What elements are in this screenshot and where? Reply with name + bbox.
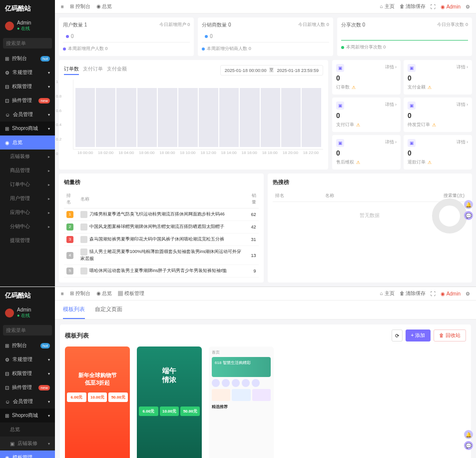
menu-withdraw[interactable]: 提现管理 xyxy=(0,234,55,248)
crumb-overview[interactable]: ◉ 总览 xyxy=(96,290,112,297)
menu-console[interactable]: ⊞控制台hot xyxy=(0,338,55,352)
menu-app-center[interactable]: 应用中心▸ xyxy=(0,206,55,220)
nav-home[interactable]: ⌂ 主页 xyxy=(380,3,395,10)
mini-card[interactable]: ▣详情 ›0退款订单 ⚠ xyxy=(404,135,472,170)
menu-member[interactable]: ☺会员管理▾ xyxy=(0,394,55,408)
template-card[interactable]: 端午情浓 6.00元 10.00元 50.00元 端午节活动 支持平台：📱 💬 … xyxy=(137,346,202,458)
topbar: ≡ ⊞ 控制台 ◉ 总览 ▦ 模板管理 ⌂ 主页 🗑 清除缓存 ⛶ ◉ Admi… xyxy=(55,287,476,300)
bar-area xyxy=(73,80,323,150)
brand-logo: 亿码酷站 xyxy=(0,0,55,17)
topbar: ≡ ⊞ 控制台 ◉ 总览 ⌂ 主页 🗑 清除缓存 ⛶ ◉ Admin ⚙ xyxy=(55,0,476,14)
nav-clear-cache[interactable]: 🗑 清除缓存 xyxy=(400,290,426,297)
recycle-button[interactable]: 🗑 回收站 xyxy=(434,330,466,342)
menu-shop-decor[interactable]: ▣ 店铺装修▾ xyxy=(0,436,55,450)
menu-toggle-icon[interactable]: ≡ xyxy=(61,291,64,296)
stat-users: 用户数量 1 今日新增用户 0 0 本周新增用户人数 0 xyxy=(59,18,194,56)
nav-admin[interactable]: ◉ Admin xyxy=(441,291,461,296)
nav-clear-cache[interactable]: 🗑 清除缓存 xyxy=(400,3,426,10)
table-row[interactable]: 1刀锋男鞋夏季透气防臭飞织运动鞋男潮流百搭休闲网面跑步鞋大码4662 xyxy=(64,208,259,221)
date-range-picker[interactable]: 2025-01-18 00:00:00 至 2025-01-18 23:59:5… xyxy=(220,65,323,76)
template-card[interactable]: 新年全球购物节低至3折起 6.00元 10.00元 50.00元 xyxy=(65,346,130,458)
menu-search[interactable]: 🔍 xyxy=(3,325,52,336)
menu-permission[interactable]: ⊟权限管理▾ xyxy=(0,80,55,94)
section-title: 模板列表 xyxy=(65,332,89,340)
menu-order[interactable]: 订单中心▸ xyxy=(0,178,55,192)
sales-table: 排名 名称 销量 1刀锋男鞋夏季透气防臭飞织运动鞋男潮流百搭休闲网面跑步鞋大码4… xyxy=(64,190,259,278)
x-axis: 18 00:0018 02:0018 04:0018 06:0018 08:00… xyxy=(73,150,323,156)
menu-shopro[interactable]: ⊞Shopro商城▾ xyxy=(0,408,55,422)
table-row[interactable]: 4猎人男士雕花男夏季100%纯棉薄款圆领套头短袖套装男ins潮休闲运动可外穿家居… xyxy=(64,246,259,265)
mini-card[interactable]: ▣详情 ›0支付金额 ⚠ xyxy=(404,60,472,94)
sidebar: 亿码酷站 Admin ● 在线 🔍 ⊞控制台hot ⚙常规管理▾ ⊟权限管理▾ … xyxy=(0,287,55,458)
nav-home[interactable]: ⌂ 主页 xyxy=(380,290,395,297)
settings-icon[interactable]: ⚙ xyxy=(466,4,470,10)
mini-card[interactable]: ▣详情 ›0支付订单 ⚠ xyxy=(332,98,401,132)
float-chat-icon[interactable]: 💬 xyxy=(464,211,473,220)
user-block[interactable]: Admin ● 在线 xyxy=(0,17,55,35)
crumb-console[interactable]: ⊞ 控制台 xyxy=(70,290,90,297)
stat-share: 分享次数 0 今日分享次数 0 本周新增分享次数 0 xyxy=(337,18,472,56)
y-axis: 10.80.60.40.20 xyxy=(56,80,61,156)
tab-custom-page[interactable]: 自定义页面 xyxy=(95,300,122,319)
crumb-template[interactable]: ▦ 模板管理 xyxy=(118,290,144,297)
mini-cards-grid: ▣详情 ›0订单数 ⚠▣详情 ›0支付金额 ⚠▣详情 ›0支付订单 ⚠▣详情 ›… xyxy=(332,60,472,170)
chart-tab-paid[interactable]: 支付订单 xyxy=(83,66,103,75)
menu-product[interactable]: 商品管理▸ xyxy=(0,164,55,178)
fullscreen-icon[interactable]: ⛶ xyxy=(431,4,436,10)
menu-overview[interactable]: ◉总览 xyxy=(0,136,55,150)
settings-icon[interactable]: ⚙ xyxy=(466,291,470,296)
chart-tab-orders[interactable]: 订单数 xyxy=(64,66,79,75)
avatar xyxy=(5,308,14,318)
avatar xyxy=(5,22,14,30)
order-chart: 订单数 支付订单 支付金额 2025-01-18 00:00:00 至 2025… xyxy=(59,60,328,170)
menu-permission[interactable]: ⊟权限管理▾ xyxy=(0,366,55,380)
menu-plugin[interactable]: ⊡插件管理new xyxy=(0,94,55,108)
page-tabs: 模板列表 自定义页面 xyxy=(55,300,476,320)
nav-admin[interactable]: ◉ Admin xyxy=(441,4,461,10)
sales-rank-card: 销量榜 排名 名称 销量 1刀锋男鞋夏季透气防臭飞织运动鞋男潮流百搭休闲网面跑步… xyxy=(59,174,264,282)
table-row[interactable]: 2中国风龙图案棒球帽男潮牌休闲鸭舌帽女潮流百搭防晒遮阳太阳帽子42 xyxy=(64,221,259,234)
menu-member[interactable]: ☺会员管理▾ xyxy=(0,108,55,122)
hot-search-card: 热搜榜 排名 名称 搜索量(次) 暂无数据 xyxy=(268,174,473,282)
add-button[interactable]: + 添加 xyxy=(406,330,431,342)
float-bell-icon[interactable]: 🔔 xyxy=(464,200,473,209)
float-chat-icon[interactable]: 💬 xyxy=(464,441,473,450)
menu-search[interactable]: 🔍 xyxy=(3,38,52,48)
template-card[interactable]: 首页 618 智慧生活购精彩 精选推荐 xyxy=(209,346,274,458)
chart-tab-amount[interactable]: 支付金额 xyxy=(107,66,127,75)
user-name: Admin xyxy=(17,20,31,26)
menu-plugin[interactable]: ⊡插件管理new xyxy=(0,380,55,394)
user-status: ● 在线 xyxy=(17,26,31,32)
float-bell-icon[interactable]: 🔔 xyxy=(464,430,473,439)
table-row[interactable]: 5嘻哈休闲运动套装男士夏季潮牌ins胖子大码男青少年男装短裤短袖t恤9 xyxy=(64,265,259,278)
mini-card[interactable]: ▣详情 ›0待发货订单 ⚠ xyxy=(404,98,472,132)
menu-overview[interactable]: 总览 xyxy=(0,422,55,436)
table-row[interactable]: 3森马国潮短裤男夏季潮印花大码中国风裤子休闲嘻哈潮流宽松五分裤31 xyxy=(64,234,259,246)
menu-shopro[interactable]: ⊞Shopro商城▾ xyxy=(0,122,55,136)
menu-console[interactable]: ⊞控制台hot xyxy=(0,52,55,66)
stat-dist: 分销商数量 0 今日新增人数 0 0 本周新增分销商人数 0 xyxy=(198,18,333,56)
ring-chart xyxy=(432,198,467,234)
menu-template[interactable]: ◉模板管理 xyxy=(0,450,55,458)
sidebar: 亿码酷站 Admin ● 在线 🔍 ⊞控制台hot ⚙常规管理▾ ⊟权限管理▾ … xyxy=(0,0,55,286)
fullscreen-icon[interactable]: ⛶ xyxy=(431,291,436,296)
menu-dist-center[interactable]: 分销中心▸ xyxy=(0,220,55,234)
menu-general[interactable]: ⚙常规管理▾ xyxy=(0,352,55,366)
tab-template-list[interactable]: 模板列表 xyxy=(63,300,85,319)
crumb-overview[interactable]: ◉ 总览 xyxy=(96,3,112,10)
menu-toggle-icon[interactable]: ≡ xyxy=(61,4,64,10)
refresh-button[interactable]: ⟳ xyxy=(392,330,403,342)
crumb-console[interactable]: ⊞ 控制台 xyxy=(70,3,90,10)
mini-card[interactable]: ▣详情 ›0售后维权 ⚠ xyxy=(332,135,401,170)
menu-user-mgmt[interactable]: 用户管理▸ xyxy=(0,192,55,206)
menu-shop-decor[interactable]: 店铺装修▸ xyxy=(0,150,55,164)
menu-general[interactable]: ⚙常规管理▾ xyxy=(0,66,55,80)
mini-card[interactable]: ▣详情 ›0订单数 ⚠ xyxy=(332,60,401,94)
